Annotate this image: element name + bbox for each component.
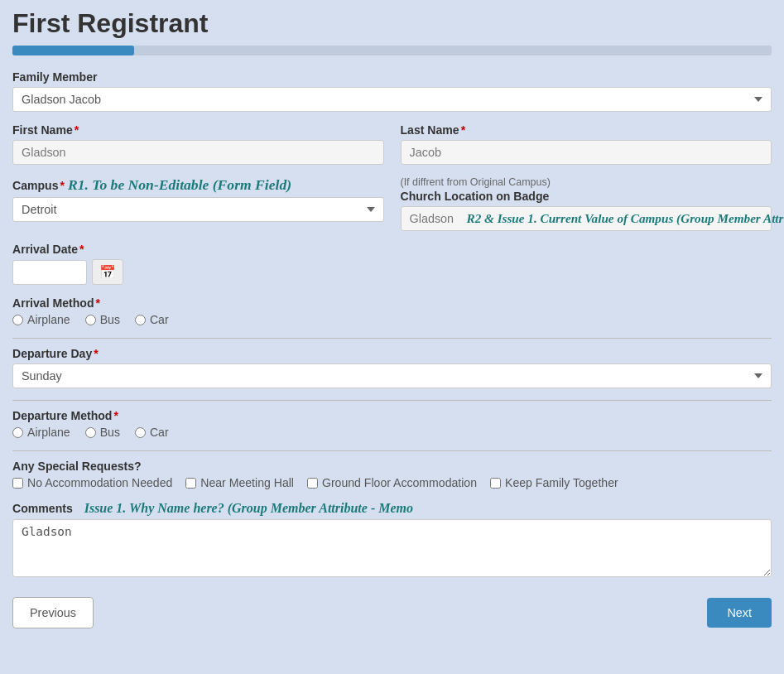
- nav-buttons: Previous Next: [12, 597, 772, 628]
- departure-method-group: Airplane Bus Car: [12, 426, 772, 439]
- no-accommodation-option[interactable]: No Accommodation Needed: [12, 476, 172, 489]
- special-requests-group: No Accommodation Needed Near Meeting Hal…: [12, 476, 772, 489]
- departure-car-option[interactable]: Car: [135, 426, 169, 439]
- arrival-bus-option[interactable]: Bus: [85, 313, 120, 326]
- departure-day-label: Departure Day*: [12, 347, 772, 360]
- campus-select[interactable]: Detroit: [12, 197, 384, 222]
- arrival-bus-radio[interactable]: [85, 315, 96, 325]
- last-name-label: Last Name*: [401, 123, 772, 137]
- arrival-method-label: Arrival Method*: [12, 296, 772, 310]
- departure-method-label: Departure Method*: [12, 409, 772, 422]
- page-title: First Registrant: [12, 8, 772, 39]
- arrival-method-group: Airplane Bus Car: [12, 313, 772, 326]
- arrival-car-radio[interactable]: [135, 315, 146, 325]
- progress-bar-container: [12, 46, 772, 55]
- progress-bar-fill: [12, 46, 134, 55]
- arrival-car-option[interactable]: Car: [135, 313, 169, 326]
- near-meeting-hall-checkbox[interactable]: [185, 478, 196, 489]
- departure-airplane-radio[interactable]: [12, 427, 23, 438]
- comments-textarea[interactable]: Gladson: [12, 519, 772, 577]
- calendar-button[interactable]: 📅: [92, 259, 123, 285]
- first-name-input[interactable]: [12, 140, 384, 165]
- arrival-airplane-option[interactable]: Airplane: [12, 313, 70, 326]
- near-meeting-hall-option[interactable]: Near Meeting Hall: [185, 476, 294, 489]
- special-requests-label: Any Special Requests?: [12, 460, 772, 473]
- previous-button[interactable]: Previous: [12, 597, 94, 628]
- departure-car-radio[interactable]: [135, 427, 146, 438]
- keep-family-checkbox[interactable]: [490, 478, 501, 489]
- comments-label: Comments Issue 1. Why Name here? (Group …: [12, 501, 772, 516]
- ground-floor-option[interactable]: Ground Floor Accommodation: [307, 476, 477, 489]
- comments-annotation: Issue 1. Why Name here? (Group Member At…: [84, 501, 413, 515]
- last-name-input[interactable]: [401, 140, 772, 165]
- next-button[interactable]: Next: [707, 598, 772, 628]
- church-location-annotation: R2 & Issue 1. Current Value of Campus (G…: [467, 211, 785, 226]
- family-member-select[interactable]: Gladson Jacob: [12, 87, 772, 112]
- campus-label: Campus* R1. To be Non-Editable (Form Fie…: [12, 176, 384, 194]
- arrival-date-input[interactable]: [12, 260, 87, 285]
- departure-day-select[interactable]: Sunday Monday Tuesday Wednesday Thursday…: [12, 363, 772, 388]
- departure-airplane-option[interactable]: Airplane: [12, 426, 70, 439]
- church-location-if-different: (If diffrent from Original Campus): [401, 176, 772, 188]
- departure-bus-radio[interactable]: [85, 427, 96, 438]
- no-accommodation-checkbox[interactable]: [12, 478, 23, 489]
- keep-family-option[interactable]: Keep Family Together: [490, 476, 618, 489]
- campus-annotation: R1. To be Non-Editable (Form Field): [68, 176, 291, 193]
- arrival-airplane-radio[interactable]: [12, 315, 23, 325]
- departure-bus-option[interactable]: Bus: [85, 426, 120, 439]
- ground-floor-checkbox[interactable]: [307, 478, 318, 489]
- arrival-date-label: Arrival Date*: [12, 243, 772, 256]
- family-member-label: Family Member: [12, 70, 772, 84]
- church-location-label: Church Location on Badge: [401, 190, 772, 203]
- first-name-label: First Name*: [12, 123, 384, 137]
